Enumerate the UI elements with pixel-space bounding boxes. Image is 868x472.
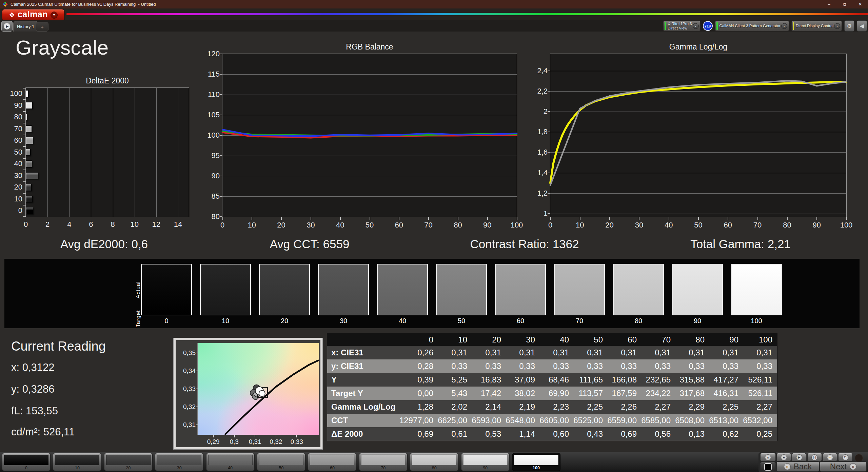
table-cell: 0,43 [574, 427, 608, 441]
next-button[interactable]: Next » [820, 461, 867, 472]
tick [787, 217, 788, 220]
pattern-button-0[interactable]: 0 [2, 453, 51, 471]
swatch-level-label: 30 [318, 317, 369, 325]
maximize-restore-button[interactable]: ⧉ [837, 0, 852, 8]
tick [580, 217, 580, 220]
reading-y: y: 0,3286 [11, 383, 55, 395]
pattern-button-100[interactable]: 100 [512, 453, 560, 471]
rgb-y-tick-label: 100 [200, 131, 220, 140]
pattern-level-label: 30 [155, 466, 203, 470]
stop-button[interactable]: ■ [776, 453, 791, 461]
pattern-chip [208, 455, 253, 465]
pattern-button-40[interactable]: 40 [206, 453, 255, 471]
device-button-display-control[interactable]: Direct Display Control▼ [791, 21, 842, 31]
table-column-header: 70 [642, 333, 675, 346]
table-cell: 16,83 [472, 373, 506, 387]
device-label: Direct Display Control [796, 24, 833, 28]
rgb-x-tick-label: 20 [273, 221, 290, 230]
tick [220, 115, 222, 115]
table-row-label: Target Y [327, 387, 404, 400]
pattern-level-label: 80 [410, 466, 458, 470]
table-cell: 526,11 [743, 387, 777, 400]
deltae-y-tick-label: 20 [0, 183, 22, 192]
tick [548, 111, 550, 112]
table-cell: 0,69 [404, 427, 438, 441]
chevron-down-icon[interactable]: ▼ [834, 23, 840, 29]
tick [196, 353, 198, 353]
cie-x-tick-label: 0,29 [204, 438, 222, 446]
device-button-pattern-generator[interactable]: CalMAN Client 3 Pattern Generator▼ [715, 21, 789, 31]
deltae-bar [26, 196, 33, 203]
rgb-y-tick-label: 120 [200, 50, 220, 58]
chevron-down-icon[interactable]: ▼ [693, 23, 699, 29]
table-cell: 0,13 [675, 427, 709, 441]
play-button[interactable]: ▶ [792, 453, 806, 461]
workflow-play-button[interactable]: ▶ [1, 21, 13, 32]
calman-menu-button[interactable]: ❖ calman ▼ [2, 9, 64, 21]
back-button[interactable]: « Back [776, 461, 819, 472]
meter-reading-badge[interactable]: 719 [703, 21, 713, 31]
pattern-button-50[interactable]: 50 [257, 453, 305, 471]
deltae-x-tick-label: 8 [106, 220, 120, 229]
settings-gear-button[interactable]: ⚙ [844, 20, 854, 32]
pattern-button-90[interactable]: 90 [461, 453, 510, 471]
grayscale-swatch-60 [495, 264, 546, 315]
pattern-chip [157, 455, 201, 465]
tick [609, 217, 610, 220]
table-cell: 0,62 [709, 427, 743, 441]
table-cell: 0,33 [743, 359, 777, 373]
table-cell: 0,31 [608, 346, 642, 359]
tick [281, 217, 282, 220]
pattern-chip [412, 455, 456, 465]
deltae-y-tick-label: 60 [0, 136, 22, 145]
grayscale-swatch-10 [200, 264, 251, 315]
table-cell: 1,28 [404, 400, 438, 414]
rgb-y-tick-label: 85 [200, 192, 220, 201]
table-column-header: 10 [438, 333, 472, 346]
tick [296, 435, 297, 437]
tick [213, 435, 214, 437]
gamma-x-tick-label: 80 [778, 221, 795, 230]
table-cell: 0,33 [642, 359, 675, 373]
table-column-header: 0 [404, 333, 438, 346]
single-measure-button[interactable]: [·] [807, 453, 822, 461]
calman-app-icon [3, 2, 8, 7]
loop-button[interactable]: ∞ [823, 453, 837, 461]
rgb-x-tick-label: 30 [302, 221, 319, 230]
gamma-chart-title: Gamma Log/Log [550, 42, 846, 52]
chevron-down-icon[interactable]: ▼ [781, 23, 787, 29]
table-row: Y0,395,2516,8337,0968,46111,65166,08232,… [327, 373, 777, 387]
pattern-button-60[interactable]: 60 [308, 453, 356, 471]
minimize-button[interactable]: – [821, 0, 837, 8]
gamma-x-tick-label: 50 [690, 221, 707, 230]
pattern-button-30[interactable]: 30 [155, 453, 203, 471]
tab-history-1[interactable]: History 1 [13, 21, 38, 32]
expand-up-button[interactable]: ▲ [760, 453, 776, 461]
tick [23, 216, 26, 217]
device-button-meter[interactable]: X-Rite i1Pro 3Direct View▼ [663, 21, 701, 31]
table-cell: 2,27 [642, 400, 675, 414]
pattern-button-80[interactable]: 80 [410, 453, 458, 471]
pattern-chip [106, 455, 151, 465]
table-cell: 6548,00 [506, 414, 540, 427]
stop-measure-button[interactable] [760, 462, 776, 472]
table-cell: 0,33 [709, 359, 743, 373]
pattern-button-20[interactable]: 20 [104, 453, 153, 471]
rgb-y-tick-label: 105 [200, 111, 220, 119]
tick [698, 217, 699, 220]
table-cell: 69,90 [540, 387, 574, 400]
rgb-y-tick-label: 80 [200, 212, 220, 221]
pattern-level-label: 60 [308, 466, 356, 470]
refresh-button[interactable]: ⟳ [838, 453, 853, 461]
add-tab-button[interactable]: + [36, 22, 48, 32]
tick [340, 217, 341, 220]
close-button[interactable]: ✕ [852, 0, 868, 8]
pattern-button-70[interactable]: 70 [359, 453, 408, 471]
table-column-header: 100 [743, 333, 777, 346]
pattern-button-10[interactable]: 10 [53, 453, 101, 471]
tick [548, 213, 550, 214]
collapse-panel-button[interactable]: ◀ [857, 20, 867, 32]
table-cell: 6559,00 [608, 414, 642, 427]
gamma-x-tick-label: 70 [749, 221, 766, 230]
table-cell: 6625,00 [438, 414, 472, 427]
